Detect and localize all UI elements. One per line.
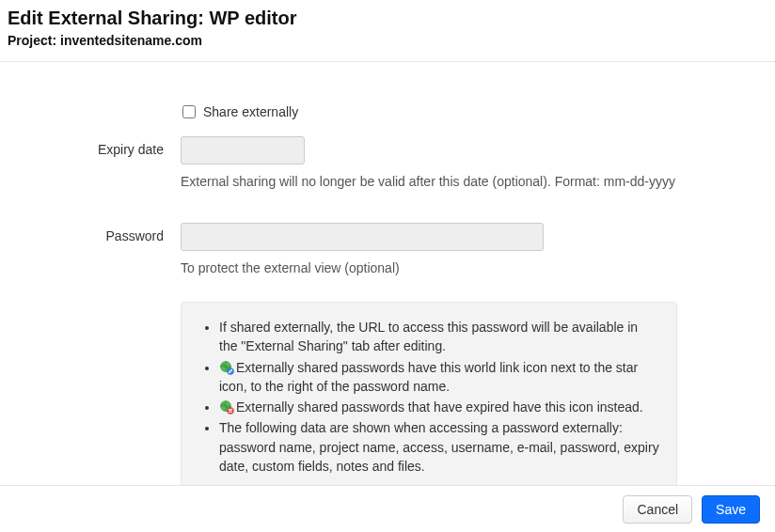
info-item-text: Externally shared passwords have this wo… bbox=[219, 360, 638, 394]
password-label: Password bbox=[15, 223, 181, 243]
dialog-title: Edit External Sharing: WP editor bbox=[8, 8, 767, 29]
info-item: The following data are shown when access… bbox=[219, 418, 659, 476]
info-item-text: Externally shared passwords that have ex… bbox=[236, 399, 643, 415]
project-label: Project: inventedsitename.com bbox=[8, 33, 767, 48]
password-help: To protect the external view (optional) bbox=[181, 260, 688, 275]
header-divider bbox=[0, 61, 775, 62]
info-item: If shared externally, the URL to access … bbox=[219, 318, 659, 356]
world-link-icon bbox=[219, 360, 234, 375]
share-externally-checkbox-wrap[interactable]: Share externally bbox=[182, 101, 688, 119]
form-scroll-area[interactable]: Share externally Expiry date External sh… bbox=[0, 63, 775, 485]
share-externally-label[interactable]: Share externally bbox=[203, 104, 298, 119]
save-button[interactable]: Save bbox=[702, 495, 760, 524]
expiry-date-help: External sharing will no longer be valid… bbox=[181, 174, 688, 189]
share-externally-checkbox[interactable] bbox=[182, 105, 196, 118]
expiry-date-input[interactable] bbox=[181, 136, 305, 164]
cancel-button[interactable]: Cancel bbox=[623, 495, 692, 524]
password-input[interactable] bbox=[181, 223, 544, 251]
dialog-header: Edit External Sharing: WP editor Project… bbox=[0, 0, 775, 54]
info-item: Externally shared passwords that have ex… bbox=[219, 398, 659, 416]
dialog-footer: Cancel Save bbox=[0, 485, 775, 532]
info-panel: If shared externally, the URL to access … bbox=[181, 302, 677, 485]
expiry-date-label: Expiry date bbox=[15, 136, 181, 157]
info-item: Externally shared passwords have this wo… bbox=[219, 358, 659, 397]
world-expired-icon bbox=[219, 399, 234, 415]
